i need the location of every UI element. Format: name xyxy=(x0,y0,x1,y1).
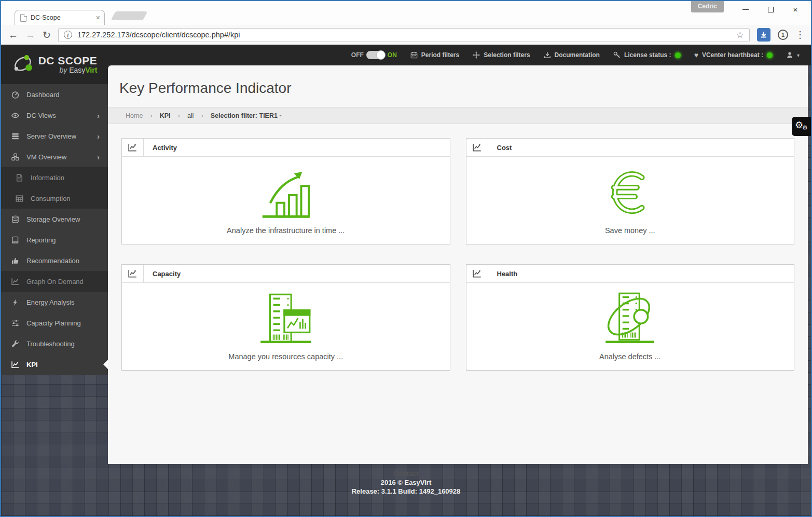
address-bar[interactable]: i 172.27.252.173/dcscope/client/dcscope.… xyxy=(58,28,750,42)
vcenter-hearthbeat-label: VCenter hearthbeat : xyxy=(702,51,763,59)
url-text[interactable]: 172.27.252.173/dcscope/client/dcscope.ph… xyxy=(77,31,731,39)
card-activity[interactable]: Activity xyxy=(121,138,450,244)
breadcrumb-kpi[interactable]: KPI xyxy=(160,112,171,119)
documentation-button[interactable]: Documentation xyxy=(544,51,600,59)
server-monitor-icon xyxy=(254,290,318,348)
period-filters-label: Period filters xyxy=(421,51,459,59)
wrench-icon xyxy=(11,340,19,348)
sidebar-item-vm-overview[interactable]: VM Overview › xyxy=(1,146,108,167)
sidebar-item-storage-overview[interactable]: Storage Overview xyxy=(1,209,108,229)
selection-filters-button[interactable]: Selection filters xyxy=(473,51,530,59)
extension-circle-icon[interactable]: 1 xyxy=(778,30,788,40)
logo[interactable]: DC SCOPE by EasyVirt xyxy=(1,45,108,84)
sidebar-item-troubleshooting[interactable]: Troubleshooting xyxy=(1,333,108,354)
arrows-icon xyxy=(473,51,480,59)
toggle-off-label: OFF xyxy=(351,51,364,59)
user-menu[interactable]: ▾ xyxy=(786,51,800,59)
card-caption: Analyse defects ... xyxy=(599,352,660,361)
new-tab-button[interactable] xyxy=(111,11,147,20)
browser-toolbar: ← → ↻ i 172.27.252.173/dcscope/client/dc… xyxy=(1,25,811,45)
close-button[interactable]: × xyxy=(783,2,808,17)
vcenter-status-dot xyxy=(767,52,773,58)
card-caption: Manage you resources capacity ... xyxy=(228,352,343,361)
minimize-button[interactable] xyxy=(733,2,758,17)
card-health[interactable]: Health xyxy=(466,264,795,371)
sidebar-item-capacity-planning[interactable]: Capacity Planning xyxy=(1,312,108,333)
sidebar-item-dashboard[interactable]: Dashboard xyxy=(1,84,108,105)
release-text: Release: 3.1.1 Build: 1492_160928 xyxy=(1,487,811,496)
sidebar: Dashboard DC Views › Server Overview › V… xyxy=(1,84,108,516)
sidebar-item-energy-analysis[interactable]: Energy Analysis xyxy=(1,292,108,312)
app-topbar: OFF ON Period filters Selection filters … xyxy=(1,45,811,65)
refresh-icon[interactable]: ↻ xyxy=(43,30,51,40)
browser-menu-icon[interactable]: ⋮ xyxy=(795,29,805,40)
download-extension-icon[interactable] xyxy=(757,28,770,42)
tab-close-icon[interactable]: × xyxy=(96,13,100,22)
chevron-right-icon: › xyxy=(97,153,100,161)
contact-link[interactable]: Contact xyxy=(1,469,811,478)
thumbs-up-icon xyxy=(11,257,19,265)
documentation-label: Documentation xyxy=(555,51,600,59)
window-controls: × xyxy=(733,2,808,17)
kpi-cards: Activity xyxy=(108,124,808,371)
breadcrumb-separator: › xyxy=(201,112,203,119)
copyright-text: 2016 © EasyVirt xyxy=(1,478,811,487)
eye-icon xyxy=(11,112,19,119)
card-title: Cost xyxy=(488,139,512,156)
settings-gear-button[interactable]: ⚙ ⚙ xyxy=(792,117,811,136)
breadcrumb-home[interactable]: Home xyxy=(126,112,143,119)
filters-toggle[interactable]: OFF ON xyxy=(351,51,397,59)
file-icon xyxy=(16,174,23,182)
euro-icon xyxy=(600,163,660,222)
period-filters-button[interactable]: Period filters xyxy=(410,51,459,59)
license-status-dot xyxy=(675,52,681,58)
footer: Contact 2016 © EasyVirt Release: 3.1.1 B… xyxy=(1,469,811,496)
table-icon xyxy=(16,195,23,202)
forward-icon[interactable]: → xyxy=(25,30,35,40)
selection-filters-label: Selection filters xyxy=(484,51,530,59)
browser-profile-badge[interactable]: Cedric xyxy=(691,1,724,12)
main-content: Key Performance Indicator Home › KPI › a… xyxy=(108,65,811,516)
line-chart-icon xyxy=(466,265,488,282)
sidebar-item-reporting[interactable]: Reporting xyxy=(1,229,108,250)
bookmark-star-icon[interactable]: ☆ xyxy=(736,30,744,40)
page-info-icon[interactable]: i xyxy=(64,31,72,39)
sidebar-item-recommendation[interactable]: Recommendation xyxy=(1,250,108,271)
breadcrumb-all[interactable]: all xyxy=(187,112,194,119)
back-icon[interactable]: ← xyxy=(8,30,18,40)
sidebar-item-information[interactable]: Information xyxy=(1,167,108,188)
calendar-icon xyxy=(410,51,418,59)
card-capacity[interactable]: Capacity xyxy=(121,264,450,371)
license-status[interactable]: License status : xyxy=(613,51,681,59)
server-icon xyxy=(11,132,19,140)
sidebar-item-graph-on-demand[interactable]: Graph On Demand xyxy=(1,271,108,292)
logo-orbit-icon xyxy=(12,53,34,75)
card-caption: Analyze the infrastructure in time ... xyxy=(227,226,345,235)
breadcrumb-separator: › xyxy=(150,112,152,119)
book-icon xyxy=(11,236,19,244)
browser-tab[interactable]: DC-Scope × xyxy=(15,10,105,25)
chevron-right-icon: › xyxy=(97,111,100,120)
sidebar-item-server-overview[interactable]: Server Overview › xyxy=(1,126,108,146)
database-icon xyxy=(11,215,19,223)
heart-icon: ♥ xyxy=(694,51,698,59)
key-icon xyxy=(613,51,621,59)
sliders-icon xyxy=(11,319,19,327)
vcenter-hearthbeat[interactable]: ♥ VCenter hearthbeat : xyxy=(694,51,773,59)
line-chart-icon xyxy=(466,139,488,156)
tab-title: DC-Scope xyxy=(31,14,92,21)
breadcrumb-selection-filter: Selection filter: TIER1 - xyxy=(211,112,282,119)
toggle-switch[interactable] xyxy=(366,51,385,59)
browser-titlebar: DC-Scope × Cedric × xyxy=(1,1,811,25)
download-icon xyxy=(544,51,551,59)
maximize-button[interactable] xyxy=(758,2,783,17)
card-cost[interactable]: Cost xyxy=(466,138,795,244)
chevron-right-icon: › xyxy=(97,132,100,141)
sidebar-item-consumption[interactable]: Consumption xyxy=(1,188,108,209)
sidebar-item-kpi[interactable]: KPI xyxy=(1,354,108,375)
card-title: Health xyxy=(488,265,518,282)
breadcrumb: Home › KPI › all › Selection filter: TIE… xyxy=(108,107,808,124)
card-title: Capacity xyxy=(144,265,181,282)
toggle-knob[interactable] xyxy=(376,50,386,60)
sidebar-item-dc-views[interactable]: DC Views › xyxy=(1,105,108,126)
